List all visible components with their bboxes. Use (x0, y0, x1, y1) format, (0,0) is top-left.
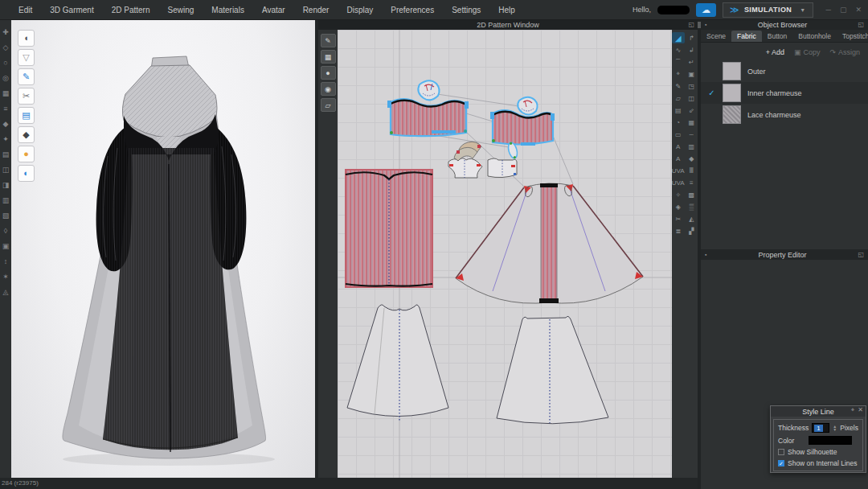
pattern-tool-button[interactable]: ↱ (686, 32, 698, 43)
tool-icon[interactable]: ◫ (2, 166, 10, 174)
pattern-piece-mini-bodice-left[interactable] (448, 158, 482, 178)
fabric-row-inner-charmeuse[interactable]: ✓ Inner charmeuse (701, 82, 868, 104)
2d-view-tool-button[interactable]: ▱ (321, 98, 336, 112)
tab-topstitch[interactable]: Topstitch (837, 31, 868, 42)
shoe-tool-icon[interactable]: ◆ (18, 126, 35, 143)
menu-preferences[interactable]: Preferences (382, 6, 443, 14)
tab-button[interactable]: Button (762, 31, 793, 42)
chevron-down-icon[interactable]: ▼ (800, 7, 805, 13)
2d-view-tool-button[interactable]: ● (321, 66, 336, 80)
pattern-tool-button[interactable]: ⌖ (672, 68, 685, 80)
popout-icon[interactable]: ◱ (858, 21, 864, 28)
menu-3d-garment[interactable]: 3D Garment (41, 6, 102, 14)
2d-pattern-window-titlebar[interactable]: 2D Pattern Window ◱ (318, 19, 698, 30)
pattern-piece-skirt-back[interactable] (497, 316, 608, 423)
pattern-tool-button[interactable]: ◫ (686, 92, 698, 104)
pattern-tool-button[interactable]: ∿ (672, 44, 685, 55)
fabric-swatch-lace[interactable] (723, 105, 741, 124)
pattern-piece-mini-bodice-right[interactable] (488, 158, 517, 178)
pattern-tool-button[interactable]: ▱ (672, 92, 685, 104)
pattern-tool-button[interactable]: ◢ (672, 32, 685, 43)
pattern-tool-button[interactable]: ✂ (672, 213, 685, 224)
pattern-piece-sleeve-cap-right[interactable] (518, 97, 537, 115)
pattern-tool-button[interactable]: ≡ (686, 177, 698, 188)
pattern-tool-button[interactable]: ↵ (686, 56, 698, 68)
pattern-piece-shirred-panel[interactable] (346, 170, 432, 287)
fabric-row-outer[interactable]: Outer (701, 60, 868, 82)
menu-render[interactable]: Render (294, 6, 338, 14)
tab-buttonhole[interactable]: Buttonhole (792, 31, 837, 42)
menu-display[interactable]: Display (338, 6, 382, 14)
2d-view-tool-button[interactable]: ◉ (321, 82, 336, 96)
tool-icon[interactable]: ✚ (2, 29, 9, 36)
fabric-swatch[interactable] (723, 62, 741, 80)
menu-edit[interactable]: Edit (10, 6, 41, 14)
fabric-stack-tool-icon[interactable]: ▤ (18, 107, 35, 124)
pattern-tool-button[interactable]: ▭ (672, 129, 685, 140)
scissors-tool-icon[interactable]: ✂ (18, 88, 35, 105)
pattern-piece-bodice-front-selected[interactable] (387, 99, 469, 136)
show-silhouette-checkbox[interactable] (778, 449, 784, 455)
pattern-piece-bodice-back-selected[interactable] (490, 110, 555, 145)
tool-icon[interactable]: ◨ (2, 182, 10, 189)
color-swatch[interactable] (809, 436, 852, 445)
menu-help[interactable]: Help (489, 6, 524, 14)
pattern-tool-button[interactable]: ▞ (686, 225, 698, 236)
tool-icon[interactable]: ▦ (2, 90, 10, 97)
fabric-swatch[interactable] (723, 84, 741, 102)
menu-avatar[interactable]: Avatar (253, 6, 294, 14)
brush-tool-icon[interactable]: ✎ (18, 68, 35, 85)
pattern-tool-button[interactable]: ▦ (686, 117, 698, 128)
tab-scene[interactable]: Scene (701, 31, 731, 42)
2d-pattern-canvas[interactable] (338, 30, 672, 478)
window-control-icon[interactable]: ▢ (840, 6, 847, 14)
window-control-icon[interactable]: ✕ (855, 6, 862, 14)
pattern-tool-button[interactable]: A (672, 141, 685, 152)
avatar-tool-icon[interactable]: ● (18, 146, 35, 162)
pattern-tool-button[interactable]: A (672, 153, 685, 164)
tool-icon[interactable]: ▣ (2, 243, 10, 250)
pattern-tool-button[interactable]: ✧ (672, 189, 685, 200)
pin-icon[interactable]: ⌖ (851, 406, 855, 414)
show-internal-lines-checkbox[interactable]: ✓ (778, 460, 784, 466)
pattern-tool-button[interactable]: ⇙ (686, 105, 698, 116)
tool-icon[interactable]: ○ (3, 60, 7, 67)
pattern-tool-button[interactable]: ↲ (686, 44, 698, 55)
tool-icon[interactable]: ◎ (2, 75, 9, 82)
pattern-tool-button[interactable]: ✎ (672, 80, 685, 92)
pattern-tool-button[interactable]: UVA (672, 177, 685, 188)
pattern-tool-button[interactable]: ▥ (686, 141, 698, 152)
thickness-input[interactable]: 1 (812, 423, 829, 433)
hair-tool-icon[interactable]: ◖ (18, 30, 35, 47)
2d-view-tool-button[interactable]: ✎ (321, 34, 336, 47)
menu-materials[interactable]: Materials (203, 6, 253, 14)
tool-icon[interactable]: ≡ (3, 105, 7, 113)
pattern-tool-button[interactable]: ◆ (686, 153, 698, 164)
tool-icon[interactable]: ▧ (2, 212, 10, 220)
tool-icon[interactable]: ✶ (2, 273, 9, 281)
tool-icon[interactable]: ◬ (3, 289, 9, 296)
add-fabric-button[interactable]: + Add (766, 48, 784, 56)
menu-settings[interactable]: Settings (443, 6, 489, 14)
pattern-tool-button[interactable]: ▒ (686, 201, 698, 212)
property-editor-header[interactable]: ▪ Property Editor ◱ (701, 249, 868, 260)
pattern-tool-button[interactable]: ◭ (686, 213, 698, 224)
2d-view-tool-button[interactable]: ▦ (321, 50, 336, 64)
thickness-stepper[interactable]: ▲▼ (833, 425, 837, 431)
pattern-piece-sleeve-cap-left[interactable] (418, 80, 439, 100)
tool-icon[interactable]: ↕ (4, 258, 8, 265)
pattern-tool-button[interactable]: ▣ (686, 68, 698, 80)
cloud-sync-button[interactable]: ☁ (696, 3, 716, 17)
pattern-tool-button[interactable]: Ⅲ (686, 165, 698, 176)
pattern-tool-button[interactable]: ▤ (672, 105, 685, 116)
tool-icon[interactable]: ▥ (2, 197, 10, 204)
selection-bar[interactable] (521, 142, 535, 146)
pattern-tool-button[interactable]: ⌒ (672, 56, 685, 68)
sphere-tool-icon[interactable]: ◐ (18, 165, 35, 182)
pattern-piece-skirt-front[interactable] (347, 305, 448, 421)
popout-icon[interactable]: ◱ (688, 21, 694, 28)
tool-icon[interactable]: ◆ (3, 121, 9, 128)
3d-garment-viewport[interactable]: ◖▽✎✂▤◆●◐ (11, 19, 315, 478)
close-icon[interactable]: ✕ (858, 406, 863, 414)
assign-fabric-button[interactable]: ↷ Assign (829, 48, 860, 56)
